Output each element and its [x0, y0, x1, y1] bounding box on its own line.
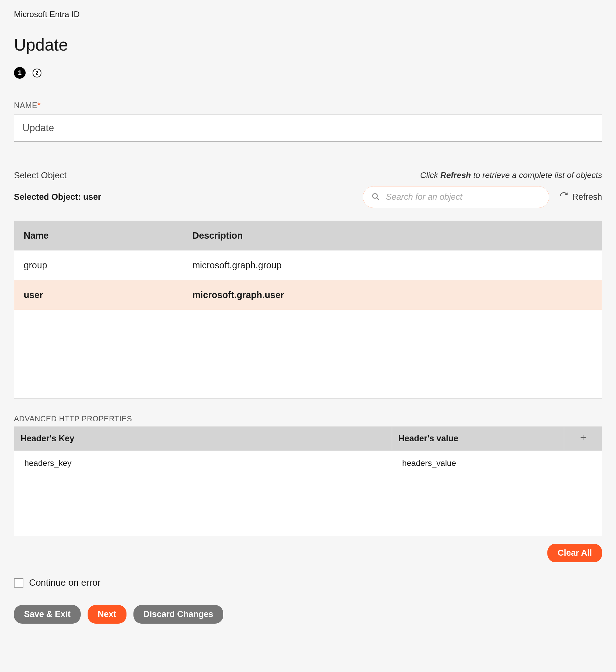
table-row[interactable]: group microsoft.graph.group [14, 250, 602, 280]
svg-line-1 [377, 198, 379, 200]
object-table-header: Name Description [14, 221, 602, 250]
http-table: Header's Key Header's value headers_key … [14, 426, 602, 536]
stepper: 1 2 [14, 67, 602, 79]
discard-button[interactable]: Discard Changes [133, 605, 223, 624]
http-table-body: headers_key headers_value [14, 450, 602, 536]
cell-name: group [14, 251, 183, 280]
add-header-button[interactable] [564, 427, 602, 450]
table-row[interactable]: headers_key headers_value [14, 450, 602, 476]
th-header-key: Header's Key [14, 427, 392, 450]
refresh-button[interactable]: Refresh [559, 192, 602, 203]
hint-suffix: to retrieve a complete list of objects [471, 170, 602, 180]
name-label: NAME* [14, 101, 602, 110]
save-exit-button[interactable]: Save & Exit [14, 605, 81, 624]
refresh-icon [559, 192, 568, 203]
next-button[interactable]: Next [88, 605, 126, 624]
cell-description: microsoft.graph.user [183, 280, 602, 310]
cell-description: microsoft.graph.group [183, 251, 602, 280]
refresh-hint: Click Refresh to retrieve a complete lis… [420, 170, 602, 180]
th-header-value: Header's value [392, 427, 564, 450]
step-2[interactable]: 2 [33, 69, 41, 77]
th-name: Name [14, 221, 183, 250]
continue-on-error-checkbox[interactable] [14, 578, 23, 588]
search-input[interactable] [363, 186, 549, 208]
refresh-label: Refresh [572, 192, 602, 202]
name-input[interactable] [14, 114, 602, 142]
search-wrap [363, 186, 549, 208]
name-label-text: NAME [14, 101, 37, 110]
object-table-body: group microsoft.graph.group user microso… [14, 250, 602, 398]
continue-on-error-label: Continue on error [29, 577, 101, 588]
http-empty-space [14, 476, 602, 536]
hint-prefix: Click [420, 170, 441, 180]
cell-header-key: headers_key [14, 451, 392, 476]
clear-all-button[interactable]: Clear All [547, 544, 602, 562]
search-icon [372, 192, 380, 202]
table-row[interactable]: user microsoft.graph.user [14, 280, 602, 310]
select-object-label: Select Object [14, 170, 67, 180]
required-star: * [37, 101, 40, 110]
table-empty-space [14, 310, 602, 398]
http-table-header: Header's Key Header's value [14, 427, 602, 450]
cell-header-value: headers_value [392, 451, 564, 476]
page-title: Update [14, 35, 602, 54]
cell-name: user [14, 280, 183, 310]
plus-icon [579, 434, 587, 443]
step-connector [26, 73, 33, 73]
selected-object-text: Selected Object: user [14, 192, 101, 202]
hint-bold: Refresh [440, 170, 471, 180]
breadcrumb-link[interactable]: Microsoft Entra ID [14, 9, 80, 19]
object-table: Name Description group microsoft.graph.g… [14, 221, 602, 399]
step-1[interactable]: 1 [14, 67, 26, 79]
svg-point-0 [373, 193, 378, 198]
cell-actions [564, 451, 602, 476]
th-description: Description [183, 221, 602, 250]
http-section-label: ADVANCED HTTP PROPERTIES [14, 414, 602, 423]
